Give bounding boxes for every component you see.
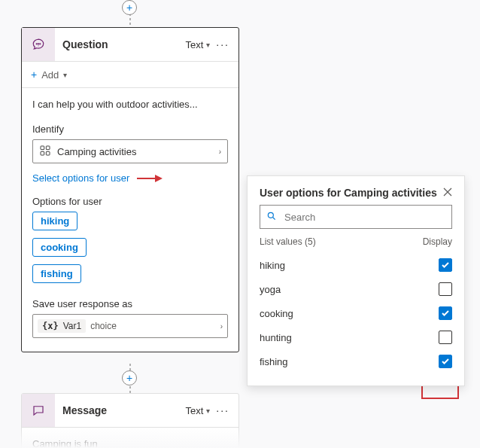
display-checkbox[interactable] (439, 331, 452, 344)
search-icon (266, 211, 277, 224)
plus-icon: + (31, 69, 37, 80)
card-header: Question Text ▾ ··· (22, 28, 238, 62)
svg-point-2 (40, 44, 41, 44)
plus-icon: + (126, 373, 132, 383)
svg-rect-5 (41, 151, 44, 155)
list-values-label: List values (5) (260, 236, 316, 247)
identify-field[interactable]: Camping activities › (32, 139, 228, 163)
card-title: Question (55, 38, 185, 50)
list-item-label: hiking (260, 260, 285, 271)
list-item-label: fishing (260, 356, 288, 367)
annotation-arrow (137, 176, 163, 181)
entity-icon (39, 145, 51, 159)
message-body: Camping is fun (32, 438, 98, 448)
more-menu-button[interactable]: ··· (214, 404, 231, 416)
add-node-middle[interactable]: + (122, 370, 137, 386)
svg-rect-6 (46, 151, 50, 155)
output-type-button[interactable]: Text ▾ (185, 405, 210, 416)
list-item-label: hunting (260, 332, 292, 343)
variable-pill: {x} Var1 (38, 319, 86, 333)
add-node-top[interactable]: + (122, 0, 137, 15)
output-type-button[interactable]: Text ▾ (185, 39, 210, 50)
svg-rect-4 (46, 146, 50, 150)
svg-point-1 (38, 44, 38, 44)
display-checkbox[interactable] (439, 306, 452, 320)
svg-point-7 (268, 212, 273, 218)
popup-title: User options for Camping activities (260, 187, 437, 199)
message-icon (22, 394, 55, 427)
option-chip[interactable]: hiking (32, 212, 77, 230)
card-header: Message Text ▾ ··· (22, 394, 238, 428)
chevron-right-icon: › (219, 148, 221, 156)
select-options-link[interactable]: Select options for user (32, 172, 129, 184)
option-chip[interactable]: cooking (32, 238, 87, 257)
question-card: Question Text ▾ ··· + Add ▾ I can help y… (21, 27, 239, 352)
plus-icon: + (126, 2, 132, 13)
search-input[interactable] (283, 211, 445, 224)
question-icon (22, 28, 55, 61)
display-column-label: Display (423, 236, 452, 247)
user-options-popup: User options for Camping activities List… (247, 175, 465, 386)
list-item: yoga (260, 277, 452, 301)
add-row-button[interactable]: + Add ▾ (22, 62, 238, 88)
identify-label: Identify (32, 123, 228, 135)
more-menu-button[interactable]: ··· (214, 38, 231, 50)
search-box[interactable] (260, 205, 452, 229)
list-item: hiking (260, 253, 452, 277)
save-label: Save user response as (32, 298, 228, 309)
chevron-down-icon: ▾ (63, 71, 67, 79)
close-button[interactable] (443, 187, 452, 199)
question-message: I can help you with outdoor activities..… (32, 99, 228, 110)
display-checkbox[interactable] (439, 282, 452, 296)
list-item: hunting (260, 325, 452, 349)
option-chip[interactable]: fishing (32, 264, 81, 283)
variable-type: choice (90, 321, 117, 331)
message-card: Message Text ▾ ··· Camping is fun (21, 393, 239, 448)
close-icon (443, 187, 452, 197)
list-item-label: cooking (260, 308, 293, 319)
identify-value: Camping activities (57, 146, 137, 157)
options-label: Options for user (32, 196, 228, 207)
chevron-down-icon: ▾ (206, 407, 210, 415)
chevron-down-icon: ▾ (206, 41, 210, 49)
svg-point-0 (36, 44, 37, 44)
list-item: fishing (260, 349, 452, 373)
list-item-label: yoga (260, 284, 281, 295)
card-title: Message (55, 404, 185, 416)
list-item: cooking (260, 301, 452, 325)
display-checkbox[interactable] (439, 258, 452, 272)
svg-rect-3 (41, 146, 44, 150)
chevron-right-icon: › (220, 322, 223, 331)
display-checkbox[interactable] (439, 355, 452, 368)
save-variable-field[interactable]: {x} Var1 choice › (32, 314, 228, 338)
